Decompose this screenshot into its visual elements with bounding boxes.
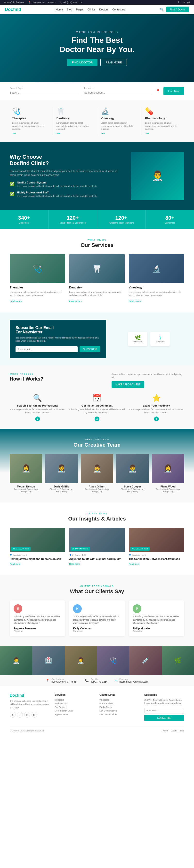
footer-service-find-doctor[interactable]: Find a Doctor [54,702,94,705]
team-section: Meet Our Team Our Creative Team 👩‍⚕️ Meg… [0,429,194,502]
vinealogy-title: Vinealogy [101,117,114,120]
step-2-icon: 📅 [69,394,125,402]
footer-useful-link-2[interactable]: Nav Content Links [100,713,140,716]
why-choose-desc: Lorem ipsum dolor sit amet consectetur a… [10,169,124,177]
article-3-comments: 💬 5 [142,554,146,556]
nav-contact[interactable]: Contact us [112,8,125,11]
testimonial-1: E "It is a long established fact that a … [10,600,65,636]
how-works-desc: Sintras vulitae congue sis eget malesuad… [112,373,184,379]
testimonials-title: What Our Clients Say [10,588,184,595]
step-2-number: 2 [94,416,100,421]
footer-service-appointments[interactable]: Appointments [54,713,94,716]
gallery-image-1: 👨‍⚕️ [0,646,32,675]
nav-doctors[interactable]: Doctors [99,8,108,11]
category-pharmacology: 💊 Pharmacology Lorem ipsum dolor sit ame… [143,107,184,135]
footer-useful-links: Vinaceale Home & about Find a Doctor Nav… [100,699,140,716]
dentistry-desc: Lorem ipsum dolor sit amet consectetur a… [56,122,93,131]
step-2-desc: It is a long established fact that a rea… [69,408,125,414]
footer-service-search-links[interactable]: More Search Links [54,710,94,712]
team-label: Meet Our Team [10,438,184,441]
footer-address-text: 500 Grove Pl, CA 45887 [51,680,78,683]
social-twitter[interactable]: t [181,1,182,4]
footer-nav-blog[interactable]: Blog [180,730,184,732]
nav-home[interactable]: Home [56,8,63,11]
step-3-desc: It is a long established fact that a rea… [129,408,184,414]
hero-find-doctor-button[interactable]: FIND A DOCTOR [67,59,98,66]
step-3-number: 3 [154,416,159,421]
service-vinealogy-link[interactable]: Read More » [129,300,141,303]
newsletter-subscribe-button[interactable]: SUBSCRIBE [80,346,101,352]
navbar-find-doctor-button[interactable]: Find A Doctor [166,6,189,12]
how-works-right: Sintras vulitae congue sis eget malesuad… [112,373,184,388]
article-2-link[interactable]: Read more [69,563,80,565]
footer-social-facebook[interactable]: f [10,712,15,718]
quality-text: It is a long established fact that a rea… [17,185,98,188]
team-location-fiana: Hong Kong [152,490,184,493]
footer-address-icon: 📍 [46,679,49,682]
gallery-2: 🏥 [32,646,65,675]
why-choose-title: Why ChooseDocfind Clinic? [10,154,124,166]
team-role-fiana: Obstetrics & Gynecology [152,488,184,490]
social-facebook[interactable]: f [178,1,179,4]
vinealogy-link[interactable]: See [101,132,105,135]
article-1-image: 26 JANUARY 2021 [10,528,65,552]
nav-clinics[interactable]: Clinics [87,8,95,11]
why-choose-section: Why ChooseDocfind Clinic? Lorem ipsum do… [0,142,194,210]
cat-separator-2 [97,107,97,135]
testimonial-2-text: "It is a long established fact that a re… [73,615,121,625]
navbar-search-icon[interactable]: 🔍 [160,7,164,11]
footer-subscribe-button[interactable]: SUBSCRIBE [144,715,184,721]
team-location-steve: Hong Kong [116,490,149,493]
team-role-megan: Obstetrics & Gynecology [10,488,42,490]
footer-nav-home[interactable]: Home [162,730,168,732]
footer-social-instagram[interactable]: in [24,712,30,718]
gallery-image-4: 🩺 [97,646,129,675]
article-2-meta: 👤 By Admin 💬 5 [69,554,125,556]
hero-read-more-button[interactable]: READ MORE [101,59,127,66]
stat-customers-1: 340+ Customers [0,210,48,229]
article-3-image: 26 JANUARY 2021 [129,528,184,552]
footer-email-label: Pay Now [119,678,148,680]
article-3-link[interactable]: Read more [129,563,140,565]
search-find-now-button[interactable]: Find Now [163,87,184,95]
footer-useful-find-doctor[interactable]: Find a Doctor [100,706,140,708]
therapies-link[interactable]: See [12,132,16,135]
footer-service-our-services[interactable]: Our Services [54,706,94,708]
service-dentistry-link[interactable]: Read More » [69,300,82,303]
make-appointment-button[interactable]: MAKE APPOINTMENT [112,381,144,388]
social-linkedin[interactable]: in [184,1,186,4]
search-topic-input[interactable] [10,90,78,95]
social-google[interactable]: g+ [188,1,190,4]
footer-address-label: Our Address [51,678,78,680]
search-location-label: Location [84,87,153,90]
why-choose-left: Why ChooseDocfind Clinic? Lorem ipsum do… [10,154,124,198]
topbar-social-links: f t in g+ [178,1,190,4]
vinealogy-icon: 🔬 [101,107,109,115]
footer-subscribe-input[interactable] [144,708,184,713]
pharmacology-icon: 💊 [145,107,154,115]
newsletter-email-input[interactable] [15,346,78,352]
article-2: 26 JANUARY 2021 👤 By Admin 💬 5 Adjusting… [69,528,125,565]
step-2: 📅 Get Instant Appointment It is a long e… [69,394,125,421]
nav-pages[interactable]: Pages [76,8,84,11]
article-3-title: The Connection Between Post-traumatic [129,557,184,561]
pharmacology-link[interactable]: See [145,132,149,135]
service-therapies-title: Therapies [10,286,65,289]
article-3-author: 👤 By Admin [129,554,140,556]
footer-social-youtube[interactable]: ▶ [32,712,37,718]
footer-useful-link-1[interactable]: Nav Content Links [100,710,140,712]
nav-blog[interactable]: Blog [67,8,72,11]
footer-social-twitter[interactable]: t [17,712,23,718]
footer-useful-home-about[interactable]: Home & about [100,702,140,705]
article-1-link[interactable]: Read more [10,563,21,565]
footer-nav-about[interactable]: About [171,730,177,732]
article-3-date: 26 JANUARY 2021 [130,547,150,551]
stats-section: 340+ Customers 120+ Years Practical Expe… [0,210,194,229]
category-vinealogy: 🔬 Vinealogy Lorem ipsum dolor sit amet c… [99,107,140,135]
footer-service-vinaceale[interactable]: Vinaceale [54,699,94,701]
footer-useful-vinaceale[interactable]: Vinaceale [100,699,140,701]
search-location-input[interactable] [84,90,153,95]
footer-subscribe-title: Subscribe [144,693,184,696]
dentistry-link[interactable]: See [56,132,61,135]
service-therapies-link[interactable]: Read More » [10,300,22,303]
